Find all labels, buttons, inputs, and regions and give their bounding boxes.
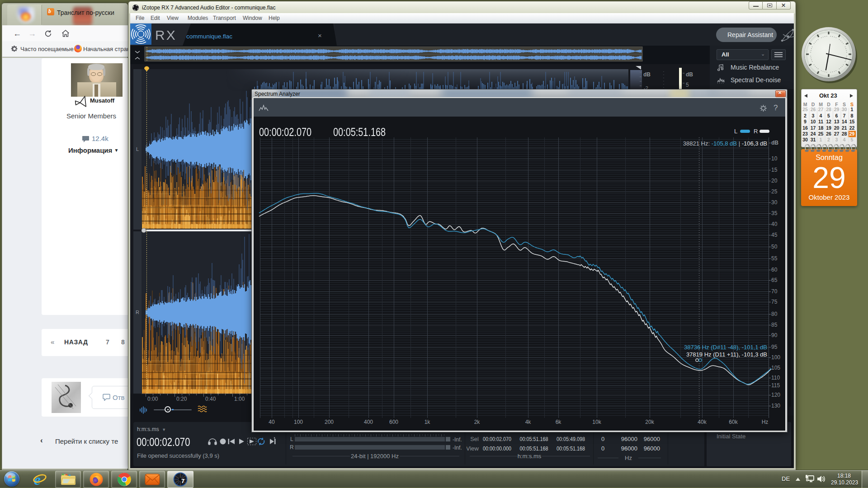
svg-text:25: 25 [771,188,778,195]
svg-text:R: R [136,310,139,315]
svg-text:00:05:51.168: 00:05:51.168 [557,445,585,452]
svg-text:7: 7 [843,113,846,118]
svg-text:85: 85 [771,322,778,328]
svg-text:60: 60 [771,267,778,273]
svg-text:Musatoff: Musatoff [90,97,115,104]
svg-text:00:05:49.098: 00:05:49.098 [557,436,585,442]
svg-text:600: 600 [389,419,398,425]
svg-text:18: 18 [818,125,824,131]
svg-text:25: 25 [818,131,824,136]
svg-text:13: 13 [834,119,840,124]
svg-text:5: 5 [851,137,854,142]
svg-text:31: 31 [811,137,816,142]
svg-text:3: 3 [835,137,838,142]
svg-text:20: 20 [771,178,778,184]
svg-text:40k: 40k [698,419,707,425]
svg-text:00:00:00.000: 00:00:00.000 [483,445,511,452]
svg-text:2k: 2k [474,419,481,425]
svg-text:dB: dB [643,71,651,78]
svg-text:100: 100 [771,354,780,361]
svg-text:12: 12 [826,119,831,124]
svg-text:30: 30 [771,199,778,206]
svg-text:96000: 96000 [644,445,660,452]
svg-text:30: 30 [842,107,847,112]
svg-text:4k: 4k [525,419,532,425]
svg-text:1:00: 1:00 [234,396,245,402]
svg-text:17: 17 [811,125,816,131]
svg-text:0: 0 [601,436,604,442]
svg-text:23: 23 [802,131,808,136]
svg-text:400: 400 [364,419,373,425]
svg-text:L: L [290,436,293,442]
svg-text:50: 50 [771,244,778,250]
svg-text:26: 26 [811,107,816,112]
svg-text:96000: 96000 [621,436,637,442]
svg-text:7: 7 [181,478,184,484]
svg-text:Sel: Sel [470,436,479,442]
svg-text:65: 65 [771,277,778,283]
svg-text:2: 2 [827,137,830,142]
svg-text:21: 21 [842,125,847,131]
svg-text:96000: 96000 [621,445,637,452]
svg-text:h:m:s.ms: h:m:s.ms [518,453,542,460]
svg-text:10: 10 [811,119,816,124]
svg-text:-2: -2 [644,85,648,89]
svg-text:24: 24 [811,131,816,136]
svg-text:15: 15 [771,167,778,173]
svg-text:14: 14 [842,119,847,124]
svg-text:1: 1 [820,137,822,142]
svg-text:0: 0 [601,445,604,452]
svg-text:11: 11 [818,119,823,124]
svg-text:28: 28 [842,131,847,136]
svg-text:-Inf.: -Inf. [453,445,462,451]
svg-text:e: e [34,472,41,487]
svg-text:00:05:51.168: 00:05:51.168 [520,436,548,442]
svg-text:40: 40 [771,221,778,227]
svg-text:0:00: 0:00 [147,396,158,402]
svg-text:00:00:02.070: 00:00:02.070 [483,436,511,442]
svg-text:2: 2 [804,113,807,118]
svg-text:35: 35 [771,210,778,216]
svg-text:55: 55 [771,255,778,262]
svg-text:37819 Hz (D11 +11), -101,3 dB: 37819 Hz (D11 +11), -101,3 dB [686,351,767,358]
svg-text:dB: dB [686,71,693,78]
svg-text:29: 29 [834,107,840,112]
svg-text:38736 Hz (D#11 -48), -101,1 dB: 38736 Hz (D#11 -48), -101,1 dB [684,344,767,351]
svg-text:R: R [290,444,294,450]
svg-text:00:05:51.168: 00:05:51.168 [520,445,548,452]
svg-text:6: 6 [835,113,838,118]
svg-text:90: 90 [771,332,778,338]
svg-text:3: 3 [812,113,815,118]
svg-text:75: 75 [771,299,778,305]
svg-text:0:20: 0:20 [176,396,187,402]
svg-text:70: 70 [771,288,778,295]
svg-text:19: 19 [826,125,831,131]
svg-text:5: 5 [686,82,689,88]
svg-text:20k: 20k [645,419,654,425]
svg-text:45: 45 [771,232,778,238]
svg-text:24-bit | 192000 Hz: 24-bit | 192000 Hz [351,453,399,460]
svg-text:110: 110 [771,375,780,381]
svg-text:20: 20 [834,125,840,131]
svg-text:10: 10 [771,155,778,162]
svg-text:200: 200 [325,419,334,425]
svg-text:115: 115 [771,382,780,389]
svg-text:5: 5 [827,113,830,118]
svg-text:38821 Hz: -105,8 dB | -106,3 d: 38821 Hz: -105,8 dB | -106,3 dB [683,140,767,147]
svg-text:105: 105 [771,365,780,371]
svg-text:16: 16 [802,125,808,131]
svg-text:L: L [136,146,139,152]
svg-text:96000: 96000 [644,436,660,442]
svg-text:4: 4 [843,137,846,142]
svg-text:4: 4 [820,113,822,118]
svg-text:-Inf.: -Inf. [453,436,462,443]
svg-text:95: 95 [771,344,778,350]
svg-text:40: 40 [269,419,275,425]
svg-text:25: 25 [802,107,808,112]
svg-text:26: 26 [826,131,831,136]
svg-text:View: View [467,445,479,452]
svg-text:Hz: Hz [762,419,769,425]
svg-text:0:40: 0:40 [205,396,216,402]
svg-text:10k: 10k [592,419,601,425]
svg-text:130: 130 [771,403,780,409]
